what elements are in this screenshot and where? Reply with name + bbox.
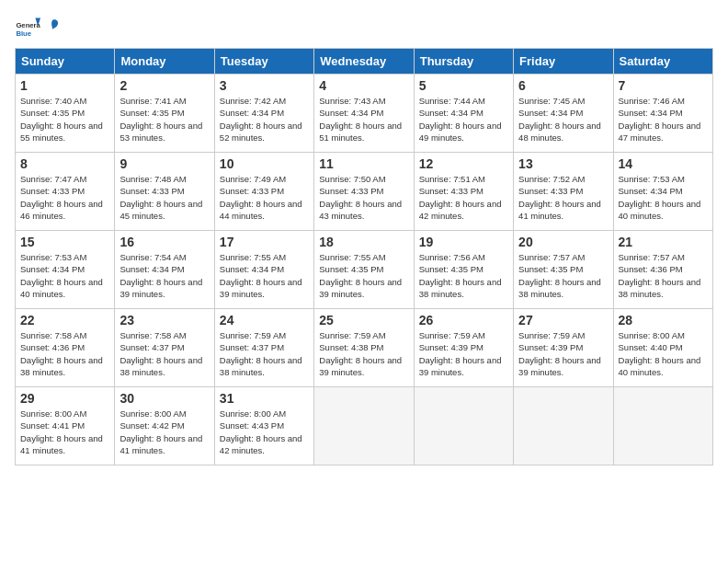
day-number: 6 <box>518 78 608 93</box>
day-info: Sunrise: 7:40 AMSunset: 4:35 PMDaylight:… <box>20 95 109 144</box>
day-number: 1 <box>20 78 109 93</box>
day-number: 22 <box>20 313 109 327</box>
day-info: Sunrise: 7:50 AMSunset: 4:33 PMDaylight:… <box>319 173 408 222</box>
calendar-day: 31Sunrise: 8:00 AMSunset: 4:43 PMDayligh… <box>214 387 313 465</box>
day-number: 2 <box>119 78 209 93</box>
calendar-day: 25Sunrise: 7:59 AMSunset: 4:38 PMDayligh… <box>314 309 414 387</box>
calendar-day: 14Sunrise: 7:53 AMSunset: 4:34 PMDayligh… <box>613 153 712 231</box>
day-info: Sunrise: 7:46 AMSunset: 4:34 PMDaylight:… <box>619 95 708 144</box>
day-info: Sunrise: 7:59 AMSunset: 4:39 PMDaylight:… <box>419 329 508 378</box>
calendar-day: 12Sunrise: 7:51 AMSunset: 4:33 PMDayligh… <box>414 153 513 231</box>
calendar-day: 20Sunrise: 7:57 AMSunset: 4:35 PMDayligh… <box>514 231 613 309</box>
day-info: Sunrise: 7:45 AMSunset: 4:34 PMDaylight:… <box>518 95 608 144</box>
calendar-week-1: 1Sunrise: 7:40 AMSunset: 4:35 PMDaylight… <box>16 75 713 153</box>
day-number: 20 <box>518 235 608 249</box>
day-number: 17 <box>220 235 309 249</box>
calendar-day: 7Sunrise: 7:46 AMSunset: 4:34 PMDaylight… <box>613 75 712 153</box>
day-info: Sunrise: 7:43 AMSunset: 4:34 PMDaylight:… <box>319 95 408 144</box>
weekday-header-thursday: Thursday <box>414 49 513 75</box>
day-info: Sunrise: 7:44 AMSunset: 4:34 PMDaylight:… <box>419 95 508 144</box>
day-info: Sunrise: 7:55 AMSunset: 4:34 PMDaylight:… <box>220 251 309 300</box>
svg-text:Blue: Blue <box>16 29 31 38</box>
day-number: 5 <box>419 78 508 93</box>
calendar-day: 5Sunrise: 7:44 AMSunset: 4:34 PMDaylight… <box>414 75 513 153</box>
day-number: 11 <box>319 156 408 171</box>
day-number: 26 <box>419 313 508 327</box>
day-number: 18 <box>319 235 408 249</box>
logo-bird-icon <box>45 18 60 37</box>
calendar-day: 29Sunrise: 8:00 AMSunset: 4:41 PMDayligh… <box>16 387 115 465</box>
weekday-header-monday: Monday <box>115 49 214 75</box>
day-number: 10 <box>220 156 309 171</box>
weekday-header-sunday: Sunday <box>16 49 115 75</box>
day-number: 3 <box>220 78 309 93</box>
day-number: 27 <box>518 313 608 327</box>
day-info: Sunrise: 7:47 AMSunset: 4:33 PMDaylight:… <box>20 173 109 222</box>
day-info: Sunrise: 7:55 AMSunset: 4:35 PMDaylight:… <box>319 251 408 300</box>
day-info: Sunrise: 7:59 AMSunset: 4:37 PMDaylight:… <box>220 329 309 378</box>
calendar-day: 28Sunrise: 8:00 AMSunset: 4:40 PMDayligh… <box>613 309 712 387</box>
calendar-day: 13Sunrise: 7:52 AMSunset: 4:33 PMDayligh… <box>514 153 613 231</box>
day-info: Sunrise: 7:41 AMSunset: 4:35 PMDaylight:… <box>119 95 209 144</box>
calendar-day: 9Sunrise: 7:48 AMSunset: 4:33 PMDaylight… <box>115 153 214 231</box>
day-number: 4 <box>319 78 408 93</box>
calendar-week-4: 22Sunrise: 7:58 AMSunset: 4:36 PMDayligh… <box>16 309 713 387</box>
day-info: Sunrise: 7:59 AMSunset: 4:39 PMDaylight:… <box>518 329 608 378</box>
logo: General Blue <box>15 15 61 40</box>
day-info: Sunrise: 7:54 AMSunset: 4:34 PMDaylight:… <box>119 251 209 300</box>
calendar-day: 18Sunrise: 7:55 AMSunset: 4:35 PMDayligh… <box>314 231 414 309</box>
calendar-week-5: 29Sunrise: 8:00 AMSunset: 4:41 PMDayligh… <box>16 387 713 465</box>
day-number: 24 <box>220 313 309 327</box>
calendar-day <box>613 387 712 465</box>
day-info: Sunrise: 7:53 AMSunset: 4:34 PMDaylight:… <box>20 251 109 300</box>
day-number: 21 <box>619 235 708 249</box>
logo-icon: General Blue <box>15 15 40 40</box>
weekday-header-saturday: Saturday <box>613 49 712 75</box>
day-info: Sunrise: 7:58 AMSunset: 4:36 PMDaylight:… <box>20 329 109 378</box>
day-info: Sunrise: 8:00 AMSunset: 4:40 PMDaylight:… <box>619 329 708 378</box>
calendar-day: 21Sunrise: 7:57 AMSunset: 4:36 PMDayligh… <box>613 231 712 309</box>
calendar-week-3: 15Sunrise: 7:53 AMSunset: 4:34 PMDayligh… <box>16 231 713 309</box>
day-number: 28 <box>619 313 708 327</box>
day-number: 15 <box>20 235 109 249</box>
day-info: Sunrise: 8:00 AMSunset: 4:41 PMDaylight:… <box>20 408 109 456</box>
day-number: 25 <box>319 313 408 327</box>
day-info: Sunrise: 7:57 AMSunset: 4:35 PMDaylight:… <box>518 251 608 300</box>
day-number: 7 <box>619 78 708 93</box>
day-number: 9 <box>119 156 209 171</box>
day-info: Sunrise: 7:49 AMSunset: 4:33 PMDaylight:… <box>220 173 309 222</box>
weekday-header-tuesday: Tuesday <box>214 49 313 75</box>
calendar-day: 8Sunrise: 7:47 AMSunset: 4:33 PMDaylight… <box>16 153 115 231</box>
weekday-header-row: SundayMondayTuesdayWednesdayThursdayFrid… <box>16 49 713 75</box>
day-info: Sunrise: 7:51 AMSunset: 4:33 PMDaylight:… <box>419 173 508 222</box>
page-header: General Blue <box>15 15 713 40</box>
day-number: 13 <box>518 156 608 171</box>
calendar-day: 4Sunrise: 7:43 AMSunset: 4:34 PMDaylight… <box>314 75 414 153</box>
day-number: 12 <box>419 156 508 171</box>
day-number: 23 <box>119 313 209 327</box>
day-number: 8 <box>20 156 109 171</box>
day-info: Sunrise: 7:59 AMSunset: 4:38 PMDaylight:… <box>319 329 408 378</box>
calendar-day: 27Sunrise: 7:59 AMSunset: 4:39 PMDayligh… <box>514 309 613 387</box>
day-number: 29 <box>20 391 109 406</box>
day-number: 19 <box>419 235 508 249</box>
calendar-day: 1Sunrise: 7:40 AMSunset: 4:35 PMDaylight… <box>16 75 115 153</box>
calendar-day: 15Sunrise: 7:53 AMSunset: 4:34 PMDayligh… <box>16 231 115 309</box>
calendar-day: 16Sunrise: 7:54 AMSunset: 4:34 PMDayligh… <box>115 231 214 309</box>
weekday-header-wednesday: Wednesday <box>314 49 414 75</box>
calendar-day: 24Sunrise: 7:59 AMSunset: 4:37 PMDayligh… <box>214 309 313 387</box>
calendar-week-2: 8Sunrise: 7:47 AMSunset: 4:33 PMDaylight… <box>16 153 713 231</box>
day-info: Sunrise: 7:42 AMSunset: 4:34 PMDaylight:… <box>220 95 309 144</box>
calendar-day: 26Sunrise: 7:59 AMSunset: 4:39 PMDayligh… <box>414 309 513 387</box>
calendar-day: 6Sunrise: 7:45 AMSunset: 4:34 PMDaylight… <box>514 75 613 153</box>
day-number: 14 <box>619 156 708 171</box>
calendar-day <box>514 387 613 465</box>
calendar-day: 2Sunrise: 7:41 AMSunset: 4:35 PMDaylight… <box>115 75 214 153</box>
calendar-day: 22Sunrise: 7:58 AMSunset: 4:36 PMDayligh… <box>16 309 115 387</box>
day-info: Sunrise: 7:53 AMSunset: 4:34 PMDaylight:… <box>619 173 708 222</box>
day-number: 30 <box>119 391 209 406</box>
day-number: 16 <box>119 235 209 249</box>
calendar-body: 1Sunrise: 7:40 AMSunset: 4:35 PMDaylight… <box>16 75 713 465</box>
calendar-day <box>414 387 513 465</box>
calendar-day: 11Sunrise: 7:50 AMSunset: 4:33 PMDayligh… <box>314 153 414 231</box>
